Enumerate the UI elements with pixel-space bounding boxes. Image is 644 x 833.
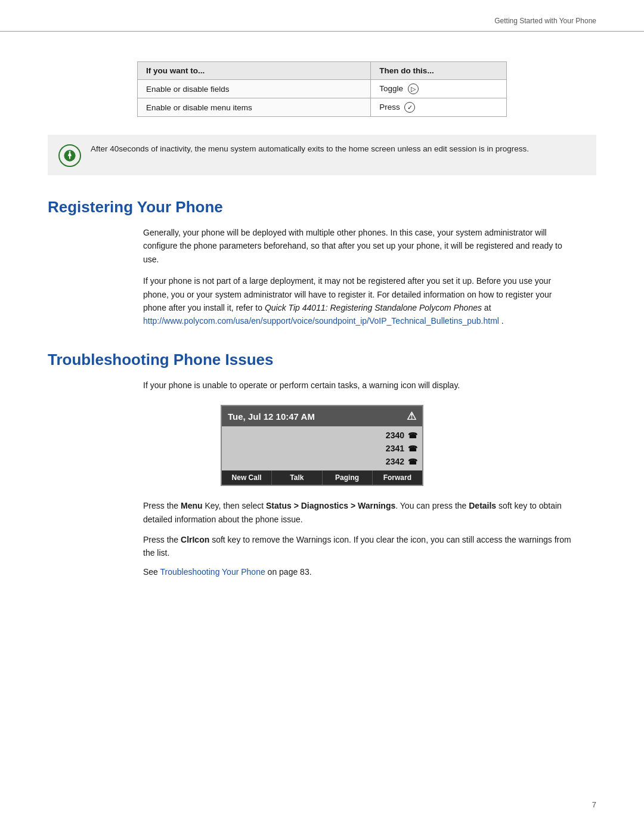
table-col2-header: Then do this...	[371, 62, 507, 80]
table-section: If you want to... Then do this... Enable…	[48, 61, 596, 117]
registering-para2-at: at	[482, 303, 491, 312]
phone-line-2: 2341 ☎	[222, 442, 422, 455]
phone-line-num-3: 2342	[386, 457, 404, 466]
phone-screen-header: Tue, Jul 12 10:47 AM ⚠	[222, 406, 422, 426]
softkey-forward: Forward	[373, 470, 422, 485]
troubleshooting-para2: Press the Menu Key, then select Status >…	[143, 499, 572, 526]
page-header: Getting Started with Your Phone	[0, 0, 644, 32]
see-also-after: on page 83.	[265, 567, 312, 577]
phone-line-icon-2: ☎	[408, 444, 417, 453]
table-row: Enable or disable fields Toggle ▷	[138, 80, 507, 98]
phone-warning-icon: ⚠	[407, 410, 416, 423]
softkey-paging: Paging	[323, 470, 373, 485]
phone-softkeys: New Call Talk Paging Forward	[222, 470, 422, 485]
table-row: Enable or disable menu items Press ✓	[138, 98, 507, 117]
header-title: Getting Started with Your Phone	[494, 17, 596, 25]
softkey-newcall: New Call	[222, 470, 272, 485]
toggle-icon: ▷	[408, 83, 419, 94]
registering-para2: If your phone is not part of a large dep…	[143, 274, 572, 328]
registering-para2-italic: Quick Tip 44011: Registering Standalone …	[265, 303, 482, 312]
page-number: 7	[592, 800, 596, 809]
troubleshooting-para3: Press the ClrIcon soft key to remove the…	[143, 533, 572, 560]
pin-icon	[63, 149, 76, 162]
press-label: Press	[379, 103, 400, 112]
content-area: If you want to... Then do this... Enable…	[0, 32, 644, 612]
phone-screen-lines: 2340 ☎ 2341 ☎ 2342 ☎	[222, 426, 422, 470]
phone-line-num-1: 2340	[386, 431, 404, 440]
softkey-talk: Talk	[272, 470, 322, 485]
registering-para1: Generally, your phone will be deployed w…	[143, 226, 572, 266]
table-cell-row1-col1: Enable or disable fields	[138, 80, 371, 98]
phone-time: Tue, Jul 12 10:47 AM	[228, 411, 315, 422]
note-icon	[58, 144, 81, 167]
status-diag-bold: Status > Diagnostics > Warnings	[266, 501, 395, 510]
registering-link[interactable]: http://www.polycom.com/usa/en/support/vo…	[143, 316, 499, 326]
phone-line-num-2: 2341	[386, 444, 404, 453]
table-cell-row2-col2: Press ✓	[371, 98, 507, 117]
phone-screen-wrapper: Tue, Jul 12 10:47 AM ⚠ 2340 ☎ 2341 ☎ 234…	[48, 405, 596, 486]
data-table: If you want to... Then do this... Enable…	[137, 61, 507, 117]
table-cell-row1-col2: Toggle ▷	[371, 80, 507, 98]
details-bold: Details	[469, 501, 496, 510]
phone-line-icon-1: ☎	[408, 431, 417, 440]
note-box: After 40seconds of inactivity, the menu …	[48, 135, 596, 175]
troubleshooting-para1: If your phone is unable to operate or pe…	[143, 379, 572, 392]
toggle-label: Toggle	[379, 84, 403, 93]
see-also-link[interactable]: Troubleshooting Your Phone	[160, 567, 265, 577]
page-container: Getting Started with Your Phone If you w…	[0, 0, 644, 833]
phone-line-1: 2340 ☎	[222, 429, 422, 442]
clricon-bold: ClrIcon	[181, 535, 209, 544]
phone-line-icon-3: ☎	[408, 457, 417, 466]
phone-line-3: 2342 ☎	[222, 455, 422, 468]
see-also: See Troubleshooting Your Phone on page 8…	[143, 567, 572, 577]
registering-heading: Registering Your Phone	[48, 198, 596, 216]
see-also-before: See	[143, 567, 160, 577]
registering-para2-period: .	[499, 316, 504, 326]
menu-key-bold: Menu	[181, 501, 203, 510]
table-cell-row2-col1: Enable or disable menu items	[138, 98, 371, 117]
table-col1-header: If you want to...	[138, 62, 371, 80]
press-icon: ✓	[404, 102, 415, 113]
note-text: After 40seconds of inactivity, the menu …	[91, 143, 529, 155]
troubleshooting-heading: Troubleshooting Phone Issues	[48, 351, 596, 369]
svg-point-1	[69, 151, 71, 153]
phone-screen: Tue, Jul 12 10:47 AM ⚠ 2340 ☎ 2341 ☎ 234…	[221, 405, 423, 486]
